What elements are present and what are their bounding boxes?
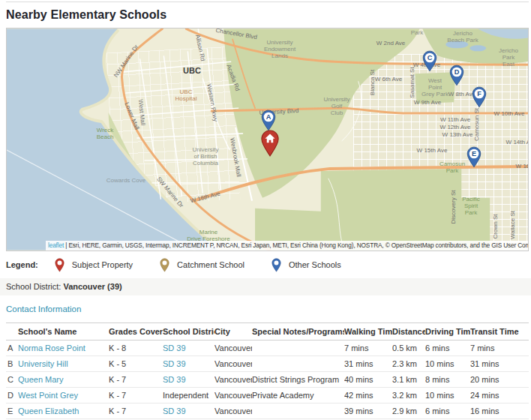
cell-distance: 3.2 km bbox=[392, 388, 425, 404]
school-marker-d[interactable]: D bbox=[449, 64, 469, 92]
table-row-c: CQueen MaryK - 7SD 39VancouverDistrict S… bbox=[6, 372, 529, 388]
cell-driving-time: 6 mins bbox=[425, 340, 470, 356]
col-header: School's Name bbox=[18, 323, 109, 340]
cell-notes bbox=[252, 404, 344, 419]
legend-title: Legend: bbox=[6, 260, 38, 269]
table-row-a: ANorma Rose PointK - 8SD 39Vancouver7 mi… bbox=[6, 340, 529, 356]
cell-distance: 3.1 km bbox=[392, 372, 425, 388]
cell-row-letter: D bbox=[6, 388, 18, 404]
school-name-link[interactable]: University Hill bbox=[18, 359, 68, 368]
cell-grades: K - 7 bbox=[109, 404, 163, 419]
contact-information-link[interactable]: Contact Information bbox=[6, 304, 81, 314]
cell-transit-time: 7 mins bbox=[470, 340, 529, 356]
col-header: Driving Time bbox=[425, 323, 470, 340]
legend-item-catchment: Catchment School bbox=[160, 258, 244, 272]
school-name-link[interactable]: Queen Elizabeth bbox=[18, 406, 79, 416]
cell-row-letter: C bbox=[6, 372, 18, 388]
school-district-link[interactable]: SD 39 bbox=[163, 359, 186, 368]
legend-label: Other Schools bbox=[289, 260, 341, 269]
cell-row-letter: B bbox=[6, 356, 18, 372]
table-row-d: DWest Point GreyK - 7IndependentVancouve… bbox=[6, 388, 529, 404]
cell-school-district: SD 39 bbox=[163, 340, 214, 356]
cell-school-name: West Point Grey bbox=[18, 388, 109, 404]
school-name-link[interactable]: Queen Mary bbox=[18, 375, 64, 384]
cell-transit-time: 24 mins bbox=[470, 388, 529, 404]
leaflet-brand[interactable]: leaflet bbox=[48, 242, 64, 249]
cell-transit-time: 16 mins bbox=[470, 404, 529, 419]
district-value: Vancouver (39) bbox=[63, 282, 122, 291]
subject-property-marker[interactable] bbox=[260, 130, 280, 157]
map-markers-layer: ACDFE bbox=[7, 28, 528, 250]
school-district-link[interactable]: SD 39 bbox=[163, 406, 186, 416]
cell-city: Vancouver bbox=[214, 388, 252, 404]
school-district-bar: School District: Vancouver (39) bbox=[0, 278, 531, 296]
school-name-link[interactable]: Norma Rose Point bbox=[18, 344, 86, 352]
col-header: Grades Covered bbox=[109, 323, 163, 340]
cell-city: Vancouver bbox=[214, 356, 252, 372]
svg-text:A: A bbox=[266, 113, 272, 121]
page-title: Nearby Elementary Schools bbox=[6, 8, 529, 22]
cell-notes bbox=[252, 340, 344, 356]
attribution-text: | Esri, HERE, Garmin, USGS, Intermap, IN… bbox=[65, 242, 528, 249]
map[interactable]: Chancellor BlvdNW Marine DrAllison RdAca… bbox=[6, 28, 529, 251]
cell-grades: K - 5 bbox=[109, 356, 163, 372]
cell-city: Vancouver bbox=[214, 340, 252, 356]
table-row-b: BUniversity HillK - 5SD 39Vancouver31 mi… bbox=[6, 356, 529, 372]
svg-text:E: E bbox=[472, 150, 476, 158]
red-pin-icon bbox=[55, 258, 64, 272]
top-divider bbox=[6, 2, 529, 2]
school-name-link[interactable]: West Point Grey bbox=[18, 391, 78, 400]
col-header bbox=[6, 323, 18, 340]
district-label: School District: bbox=[6, 282, 61, 291]
cell-school-name: Norma Rose Point bbox=[18, 340, 109, 356]
cell-driving-time: 8 mins bbox=[425, 372, 470, 388]
cell-notes: District Strings Program bbox=[252, 372, 344, 388]
cell-city: Vancouver bbox=[214, 372, 252, 388]
cell-distance: 2.9 km bbox=[392, 404, 425, 419]
cell-school-district: SD 39 bbox=[163, 372, 214, 388]
col-header: City bbox=[214, 323, 252, 340]
blue-pin-icon bbox=[272, 258, 281, 272]
svg-text:F: F bbox=[477, 90, 482, 98]
legend: Legend: Subject Property Catchment Schoo… bbox=[6, 257, 529, 272]
cell-distance: 0.5 km bbox=[392, 340, 425, 356]
legend-item-other: Other Schools bbox=[272, 258, 341, 272]
cell-grades: K - 8 bbox=[109, 340, 163, 356]
cell-school-district: Independent bbox=[163, 388, 214, 404]
school-district-link[interactable]: SD 39 bbox=[163, 344, 186, 352]
cell-driving-time: 10 mins bbox=[425, 356, 470, 372]
cell-grades: K - 7 bbox=[109, 372, 163, 388]
school-marker-e[interactable]: E bbox=[466, 146, 486, 173]
cell-school-district: SD 39 bbox=[163, 356, 214, 372]
cell-transit-time: 31 mins bbox=[470, 356, 529, 372]
cell-school-name: Queen Elizabeth bbox=[18, 404, 109, 419]
cell-walking-time: 42 mins bbox=[344, 388, 392, 404]
cell-driving-time: 10 mins bbox=[425, 388, 470, 404]
cell-walking-time: 7 mins bbox=[344, 340, 392, 356]
cell-transit-time: 20 mins bbox=[470, 372, 529, 388]
cell-city: Vancouver bbox=[214, 404, 252, 419]
tan-pin-icon bbox=[160, 258, 170, 272]
legend-item-subject: Subject Property bbox=[55, 258, 133, 272]
legend-label: Catchment School bbox=[177, 260, 244, 269]
cell-row-letter: A bbox=[6, 340, 18, 356]
school-marker-c[interactable]: C bbox=[422, 50, 442, 77]
table-header-row: School's NameGrades CoveredSchool Distri… bbox=[6, 323, 529, 340]
cell-driving-time: 6 mins bbox=[425, 404, 470, 419]
school-district-link[interactable]: SD 39 bbox=[163, 375, 186, 384]
table-row-e: EQueen ElizabethK - 7SD 39Vancouver39 mi… bbox=[6, 404, 529, 419]
col-header: Distance bbox=[392, 323, 425, 340]
cell-notes: Private Academy bbox=[252, 388, 344, 404]
map-attribution: leaflet | Esri, HERE, Garmin, USGS, Inte… bbox=[46, 241, 528, 250]
svg-text:C: C bbox=[428, 54, 433, 62]
cell-walking-time: 40 mins bbox=[344, 372, 392, 388]
schools-table: School's NameGrades CoveredSchool Distri… bbox=[6, 322, 529, 420]
legend-label: Subject Property bbox=[72, 260, 133, 269]
cell-distance: 2.3 km bbox=[392, 356, 425, 372]
col-header: Walking Time bbox=[344, 323, 392, 340]
cell-row-letter: E bbox=[6, 404, 18, 419]
cell-school-name: University Hill bbox=[18, 356, 109, 372]
cell-grades: K - 7 bbox=[109, 388, 163, 404]
svg-text:D: D bbox=[454, 68, 460, 76]
school-marker-f[interactable]: F bbox=[472, 86, 491, 113]
